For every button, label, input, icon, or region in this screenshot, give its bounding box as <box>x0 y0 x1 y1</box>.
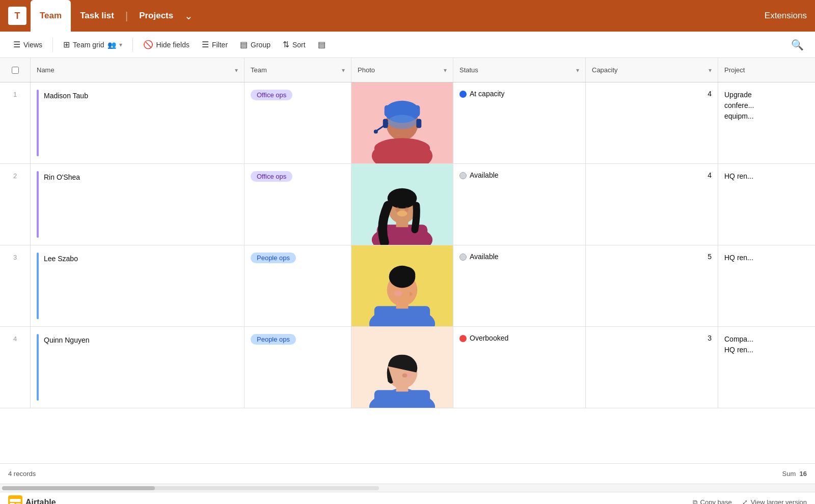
table-row[interactable]: 2 Rin O'Shea Office ops <box>0 164 815 245</box>
copy-base-button[interactable]: ⧉ Copy base <box>693 498 732 505</box>
status-sort-icon[interactable]: ▾ <box>576 67 579 74</box>
records-count: 4 records <box>8 470 36 478</box>
row-3-name-cell: Lee Szabo <box>31 245 244 326</box>
header-name-col[interactable]: Name ▾ <box>31 58 244 82</box>
svg-rect-6 <box>416 119 421 128</box>
row-3-photo-svg <box>351 245 453 326</box>
row-1-capacity-num: 4 <box>708 90 712 98</box>
header-checkbox-col[interactable] <box>0 58 31 82</box>
row-2-status-cell: Available <box>453 164 586 245</box>
row-height-button[interactable]: ▤ <box>313 37 331 52</box>
filter-button[interactable]: ☰ Filter <box>197 37 233 52</box>
capacity-sort-icon[interactable]: ▾ <box>709 67 712 74</box>
view-larger-button[interactable]: ⤢ View larger version <box>742 498 807 504</box>
search-button[interactable]: 🔍 <box>788 36 807 54</box>
group-label: Group <box>251 41 270 49</box>
svg-point-16 <box>388 188 417 209</box>
row-height-icon: ▤ <box>318 40 325 49</box>
row-4-status-cell: Overbooked <box>453 327 586 408</box>
row-2-project-text: HQ ren... <box>724 171 753 182</box>
hide-icon: 🚫 <box>143 40 153 49</box>
filter-label: Filter <box>212 41 228 49</box>
horizontal-scrollbar[interactable] <box>0 484 815 492</box>
logo-square: T <box>8 7 26 25</box>
view-chevron-icon[interactable]: ▾ <box>119 41 122 48</box>
copy-base-label: Copy base <box>700 498 732 504</box>
row-2-capacity-num: 4 <box>708 171 712 179</box>
row-4-color-bar <box>37 334 39 401</box>
grid-icon: ⊞ <box>63 40 70 49</box>
row-4-name: Quinn Nguyen <box>44 334 90 344</box>
logo-area: T <box>8 7 26 25</box>
select-all-checkbox[interactable] <box>12 67 19 74</box>
row-2-capacity-cell: 4 <box>586 164 718 245</box>
svg-rect-30 <box>374 390 430 408</box>
scrollbar-thumb[interactable] <box>2 486 155 490</box>
row-3-number: 3 <box>13 254 17 261</box>
row-1-photo-svg <box>351 82 453 163</box>
row-4-capacity-num: 3 <box>708 334 712 342</box>
nav-extensions-button[interactable]: Extensions <box>765 11 807 21</box>
row-2-checkbox-cell: 2 <box>0 164 31 245</box>
project-col-label: Project <box>724 66 745 74</box>
row-2-team-cell: Office ops <box>244 164 351 245</box>
header-project-col[interactable]: Project <box>718 58 815 82</box>
header-status-col[interactable]: Status ▾ <box>453 58 586 82</box>
row-1-color-bar <box>37 90 39 156</box>
views-label: Views <box>23 41 42 49</box>
table-row[interactable]: 4 Quinn Nguyen People ops <box>0 327 815 408</box>
row-3-capacity-num: 5 <box>708 253 712 261</box>
photo-sort-icon[interactable]: ▾ <box>444 67 447 74</box>
row-2-number: 2 <box>13 172 17 180</box>
row-3-project-cell: HQ ren... <box>718 245 815 326</box>
nav-tab-projects[interactable]: Projects <box>130 0 182 32</box>
row-1-team-badge: Office ops <box>251 90 292 100</box>
group-button[interactable]: ▤ Group <box>235 37 276 52</box>
row-4-photo-svg <box>351 327 453 408</box>
row-1-status-dot <box>459 91 467 98</box>
svg-rect-36 <box>10 499 21 502</box>
row-3-status-cell: Available <box>453 245 586 326</box>
airtable-logo-text: Airtable <box>25 498 56 505</box>
nav-dropdown-chevron[interactable]: ⌄ <box>184 10 193 22</box>
table-row[interactable]: 1 Madison Taub Office ops <box>0 82 815 164</box>
row-3-project-text: HQ ren... <box>724 253 753 263</box>
row-1-name: Madison Taub <box>44 90 88 100</box>
table-row[interactable]: 3 Lee Szabo People ops <box>0 245 815 327</box>
row-1-status-text: At capacity <box>470 90 504 98</box>
svg-point-8 <box>374 129 378 133</box>
row-4-photo-cell <box>351 327 453 408</box>
bottom-actions: ⧉ Copy base ⤢ View larger version <box>693 498 807 505</box>
sum-display: Sum 16 <box>782 470 807 478</box>
nav-tab-tasklist[interactable]: Task list <box>71 0 123 32</box>
sort-button[interactable]: ⇅ Sort <box>278 37 311 52</box>
row-3-color-bar <box>37 253 39 319</box>
row-1-capacity-cell: 4 <box>586 82 718 163</box>
row-3-name: Lee Szabo <box>44 253 78 263</box>
toolbar-divider-1 <box>52 38 53 52</box>
row-2-project-cell: HQ ren... <box>718 164 815 245</box>
nav-tab-team[interactable]: Team <box>31 0 71 32</box>
views-button[interactable]: ☰ Views <box>8 37 47 52</box>
toolbar: ☰ Views ⊞ Team grid 👥 ▾ 🚫 Hide fields ☰ … <box>0 32 815 58</box>
row-2-color-bar <box>37 171 39 238</box>
name-sort-icon[interactable]: ▾ <box>235 67 238 74</box>
row-1-photo-cell <box>351 82 453 163</box>
svg-point-34 <box>402 373 408 377</box>
hide-fields-label: Hide fields <box>156 41 189 49</box>
view-share-icon: 👥 <box>107 41 116 49</box>
grid-footer: 4 records Sum 16 <box>0 463 815 484</box>
row-2-team-badge: Office ops <box>251 171 292 182</box>
row-4-project-cell: Compa...HQ ren... <box>718 327 815 408</box>
header-photo-col[interactable]: Photo ▾ <box>351 58 453 82</box>
team-sort-icon[interactable]: ▾ <box>342 67 345 74</box>
copy-icon: ⧉ <box>693 498 697 505</box>
scrollbar-track[interactable] <box>2 486 379 490</box>
name-col-label: Name <box>37 66 55 74</box>
svg-point-26 <box>397 267 416 283</box>
header-team-col[interactable]: Team ▾ <box>244 58 351 82</box>
hide-fields-button[interactable]: 🚫 Hide fields <box>138 37 195 52</box>
row-4-checkbox-cell: 4 <box>0 327 31 408</box>
header-capacity-col[interactable]: Capacity ▾ <box>586 58 718 82</box>
team-grid-button[interactable]: ⊞ Team grid 👥 ▾ <box>58 37 127 52</box>
